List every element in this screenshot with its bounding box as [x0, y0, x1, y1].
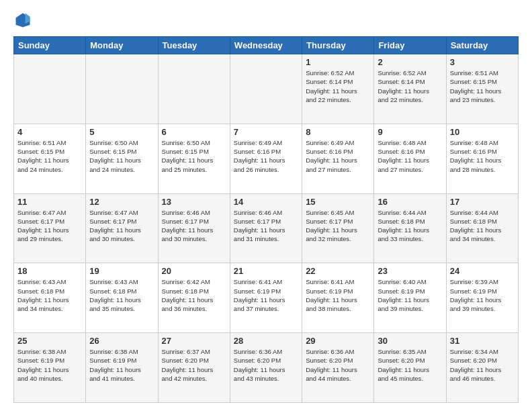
calendar-week-row: 11Sunrise: 6:47 AM Sunset: 6:17 PM Dayli…	[14, 193, 519, 263]
logo-icon	[13, 11, 32, 30]
day-number: 22	[306, 266, 370, 276]
day-info: Sunrise: 6:46 AM Sunset: 6:17 PM Dayligh…	[162, 208, 226, 244]
calendar-header-tuesday: Tuesday	[158, 37, 230, 54]
day-info: Sunrise: 6:37 AM Sunset: 6:20 PM Dayligh…	[162, 347, 226, 383]
calendar-cell: 24Sunrise: 6:39 AM Sunset: 6:19 PM Dayli…	[446, 263, 518, 333]
day-number: 7	[234, 127, 298, 137]
day-number: 1	[306, 57, 370, 67]
day-info: Sunrise: 6:46 AM Sunset: 6:17 PM Dayligh…	[234, 208, 298, 244]
page: SundayMondayTuesdayWednesdayThursdayFrid…	[0, 0, 532, 411]
header	[13, 11, 519, 30]
day-number: 8	[306, 127, 370, 137]
logo	[13, 11, 35, 30]
day-info: Sunrise: 6:43 AM Sunset: 6:18 PM Dayligh…	[89, 277, 154, 313]
day-info: Sunrise: 6:36 AM Sunset: 6:20 PM Dayligh…	[234, 347, 298, 383]
calendar-cell: 15Sunrise: 6:45 AM Sunset: 6:17 PM Dayli…	[302, 193, 374, 263]
calendar-cell: 31Sunrise: 6:34 AM Sunset: 6:20 PM Dayli…	[446, 333, 518, 403]
calendar-cell	[86, 54, 158, 124]
day-info: Sunrise: 6:39 AM Sunset: 6:19 PM Dayligh…	[450, 277, 515, 313]
day-number: 31	[450, 336, 515, 346]
day-info: Sunrise: 6:42 AM Sunset: 6:18 PM Dayligh…	[162, 277, 226, 313]
calendar-header-monday: Monday	[86, 37, 158, 54]
calendar-cell: 7Sunrise: 6:49 AM Sunset: 6:16 PM Daylig…	[230, 124, 302, 193]
day-number: 28	[234, 336, 298, 346]
calendar-cell: 3Sunrise: 6:51 AM Sunset: 6:15 PM Daylig…	[446, 54, 518, 124]
day-info: Sunrise: 6:51 AM Sunset: 6:15 PM Dayligh…	[17, 138, 82, 174]
day-info: Sunrise: 6:52 AM Sunset: 6:14 PM Dayligh…	[306, 68, 370, 104]
day-info: Sunrise: 6:47 AM Sunset: 6:17 PM Dayligh…	[89, 208, 154, 244]
day-number: 14	[234, 197, 298, 207]
day-info: Sunrise: 6:49 AM Sunset: 6:16 PM Dayligh…	[234, 138, 298, 174]
calendar-cell: 9Sunrise: 6:48 AM Sunset: 6:16 PM Daylig…	[374, 124, 446, 193]
day-info: Sunrise: 6:47 AM Sunset: 6:17 PM Dayligh…	[17, 208, 82, 244]
calendar-cell: 16Sunrise: 6:44 AM Sunset: 6:18 PM Dayli…	[374, 193, 446, 263]
calendar-cell: 30Sunrise: 6:35 AM Sunset: 6:20 PM Dayli…	[374, 333, 446, 403]
day-number: 2	[378, 57, 442, 67]
calendar-cell: 26Sunrise: 6:38 AM Sunset: 6:19 PM Dayli…	[86, 333, 158, 403]
day-info: Sunrise: 6:36 AM Sunset: 6:20 PM Dayligh…	[306, 347, 370, 383]
day-info: Sunrise: 6:48 AM Sunset: 6:16 PM Dayligh…	[378, 138, 442, 174]
day-info: Sunrise: 6:48 AM Sunset: 6:16 PM Dayligh…	[450, 138, 515, 174]
day-number: 15	[306, 197, 370, 207]
day-info: Sunrise: 6:41 AM Sunset: 6:19 PM Dayligh…	[306, 277, 370, 313]
day-number: 18	[17, 266, 82, 276]
day-number: 12	[89, 197, 154, 207]
calendar-week-row: 25Sunrise: 6:38 AM Sunset: 6:19 PM Dayli…	[14, 333, 519, 403]
calendar-cell: 23Sunrise: 6:40 AM Sunset: 6:19 PM Dayli…	[374, 263, 446, 333]
calendar-cell: 14Sunrise: 6:46 AM Sunset: 6:17 PM Dayli…	[230, 193, 302, 263]
calendar-header-saturday: Saturday	[446, 37, 518, 54]
day-number: 24	[450, 266, 515, 276]
calendar-cell: 20Sunrise: 6:42 AM Sunset: 6:18 PM Dayli…	[158, 263, 230, 333]
calendar-cell: 13Sunrise: 6:46 AM Sunset: 6:17 PM Dayli…	[158, 193, 230, 263]
calendar-header-thursday: Thursday	[302, 37, 374, 54]
calendar-header-friday: Friday	[374, 37, 446, 54]
day-number: 26	[89, 336, 154, 346]
day-number: 3	[450, 57, 515, 67]
calendar-table: SundayMondayTuesdayWednesdayThursdayFrid…	[13, 36, 519, 403]
day-info: Sunrise: 6:50 AM Sunset: 6:15 PM Dayligh…	[162, 138, 226, 174]
calendar-cell	[14, 54, 86, 124]
calendar-cell: 27Sunrise: 6:37 AM Sunset: 6:20 PM Dayli…	[158, 333, 230, 403]
calendar-cell: 2Sunrise: 6:52 AM Sunset: 6:14 PM Daylig…	[374, 54, 446, 124]
day-info: Sunrise: 6:49 AM Sunset: 6:16 PM Dayligh…	[306, 138, 370, 174]
day-number: 29	[306, 336, 370, 346]
calendar-cell: 28Sunrise: 6:36 AM Sunset: 6:20 PM Dayli…	[230, 333, 302, 403]
day-info: Sunrise: 6:44 AM Sunset: 6:18 PM Dayligh…	[378, 208, 442, 244]
day-number: 19	[89, 266, 154, 276]
calendar-cell: 1Sunrise: 6:52 AM Sunset: 6:14 PM Daylig…	[302, 54, 374, 124]
day-number: 10	[450, 127, 515, 137]
day-number: 4	[17, 127, 82, 137]
day-number: 16	[378, 197, 442, 207]
day-number: 27	[162, 336, 226, 346]
calendar-cell: 21Sunrise: 6:41 AM Sunset: 6:19 PM Dayli…	[230, 263, 302, 333]
calendar-cell: 12Sunrise: 6:47 AM Sunset: 6:17 PM Dayli…	[86, 193, 158, 263]
day-number: 21	[234, 266, 298, 276]
day-info: Sunrise: 6:40 AM Sunset: 6:19 PM Dayligh…	[378, 277, 442, 313]
day-number: 5	[89, 127, 154, 137]
day-info: Sunrise: 6:34 AM Sunset: 6:20 PM Dayligh…	[450, 347, 515, 383]
day-number: 30	[378, 336, 442, 346]
calendar-cell	[158, 54, 230, 124]
calendar-cell: 25Sunrise: 6:38 AM Sunset: 6:19 PM Dayli…	[14, 333, 86, 403]
calendar-cell: 5Sunrise: 6:50 AM Sunset: 6:15 PM Daylig…	[86, 124, 158, 193]
calendar-cell: 4Sunrise: 6:51 AM Sunset: 6:15 PM Daylig…	[14, 124, 86, 193]
day-number: 6	[162, 127, 226, 137]
day-number: 11	[17, 197, 82, 207]
calendar-cell: 10Sunrise: 6:48 AM Sunset: 6:16 PM Dayli…	[446, 124, 518, 193]
day-number: 17	[450, 197, 515, 207]
day-info: Sunrise: 6:45 AM Sunset: 6:17 PM Dayligh…	[306, 208, 370, 244]
calendar-cell: 6Sunrise: 6:50 AM Sunset: 6:15 PM Daylig…	[158, 124, 230, 193]
calendar-cell: 8Sunrise: 6:49 AM Sunset: 6:16 PM Daylig…	[302, 124, 374, 193]
calendar-cell: 29Sunrise: 6:36 AM Sunset: 6:20 PM Dayli…	[302, 333, 374, 403]
calendar-header-sunday: Sunday	[14, 37, 86, 54]
calendar-header-wednesday: Wednesday	[230, 37, 302, 54]
calendar-cell: 18Sunrise: 6:43 AM Sunset: 6:18 PM Dayli…	[14, 263, 86, 333]
day-number: 25	[17, 336, 82, 346]
calendar-cell: 17Sunrise: 6:44 AM Sunset: 6:18 PM Dayli…	[446, 193, 518, 263]
day-info: Sunrise: 6:44 AM Sunset: 6:18 PM Dayligh…	[450, 208, 515, 244]
day-number: 23	[378, 266, 442, 276]
day-info: Sunrise: 6:50 AM Sunset: 6:15 PM Dayligh…	[89, 138, 154, 174]
day-number: 9	[378, 127, 442, 137]
day-number: 13	[162, 197, 226, 207]
day-info: Sunrise: 6:52 AM Sunset: 6:14 PM Dayligh…	[378, 68, 442, 104]
